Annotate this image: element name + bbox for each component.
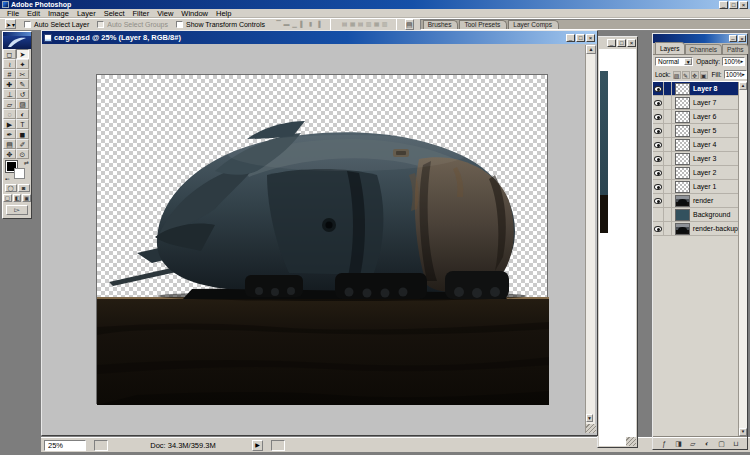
menu-window[interactable]: Window [177, 9, 212, 18]
vertical-scrollbar[interactable]: ▲ ▼ [585, 45, 595, 433]
visibility-cell[interactable] [653, 96, 664, 110]
layer-row[interactable]: Layer 3 [653, 152, 738, 166]
delete-layer-icon[interactable]: ⊔ [731, 438, 740, 449]
spinner-arrow-icon[interactable]: ▸ [741, 58, 744, 65]
menu-file[interactable]: File [3, 9, 23, 18]
resize-grip[interactable] [626, 437, 636, 446]
spinner-arrow-icon[interactable]: ▸ [742, 71, 745, 78]
menu-filter[interactable]: Filter [129, 9, 154, 18]
lock-image-icon[interactable]: ✎ [682, 71, 690, 79]
opacity-field[interactable]: 100% ▸ [722, 57, 745, 66]
zoom-tool[interactable]: ⊙ [16, 149, 29, 159]
lock-position-icon[interactable]: ✥ [691, 71, 699, 79]
lock-all-icon[interactable]: ▣ [700, 71, 708, 79]
slice-tool[interactable]: ✂ [16, 69, 29, 79]
layer-row[interactable]: Layer 6 [653, 110, 738, 124]
magic-wand-tool[interactable]: ✦ [16, 59, 29, 69]
close-button[interactable]: × [739, 1, 748, 9]
layer-row[interactable]: Layer 1 [653, 180, 738, 194]
default-colors-icon[interactable]: ▪▫ [5, 176, 9, 182]
visibility-cell[interactable] [653, 110, 664, 124]
maximize-button[interactable]: □ [617, 39, 626, 47]
visibility-eye-icon[interactable] [654, 142, 662, 148]
layers-scrollbar[interactable]: ▲ ▼ [738, 82, 747, 436]
visibility-eye-icon[interactable] [654, 100, 662, 106]
crop-tool[interactable]: # [3, 69, 16, 79]
visibility-eye-icon[interactable] [654, 114, 662, 120]
menu-select[interactable]: Select [100, 9, 129, 18]
visibility-eye-icon[interactable] [654, 86, 662, 92]
checkbox[interactable] [176, 21, 183, 28]
tool-preset-button[interactable]: ➤ ▾ [5, 19, 16, 29]
scroll-down-icon[interactable]: ▼ [586, 414, 593, 422]
maximize-button[interactable]: □ [729, 1, 738, 9]
mask-mode-button[interactable]: ◯ [5, 184, 17, 192]
chevron-down-icon[interactable]: ▼ [684, 58, 692, 65]
visibility-cell[interactable] [653, 194, 664, 208]
menu-edit[interactable]: Edit [23, 9, 44, 18]
blend-mode-select[interactable]: Normal ▼ [655, 57, 693, 66]
layer-style-icon[interactable]: ƒ [660, 438, 669, 449]
blur-tool[interactable]: ◌ [3, 109, 16, 119]
layer-row[interactable]: render-backup [653, 222, 738, 236]
gradient-tool[interactable]: ▨ [16, 99, 29, 109]
canvas[interactable] [96, 74, 548, 404]
scroll-down-icon[interactable]: ▼ [739, 428, 747, 436]
mask-mode-button[interactable]: ◙ [18, 184, 30, 192]
notes-tool[interactable]: ▤ [3, 139, 16, 149]
option-auto-select-layer[interactable]: Auto Select Layer [24, 21, 89, 28]
eraser-tool[interactable]: ▱ [3, 99, 16, 109]
new-layer-set-icon[interactable]: ▱ [688, 438, 697, 449]
visibility-eye-icon[interactable] [654, 170, 662, 176]
layer-row[interactable]: render [653, 194, 738, 208]
visibility-eye-icon[interactable] [654, 156, 662, 162]
move-tool[interactable]: ➤ [16, 49, 29, 59]
history-brush-tool[interactable]: ↺ [16, 89, 29, 99]
file-browser-button[interactable]: ▤ [405, 19, 414, 30]
adjustment-layer-icon[interactable]: ◐ [703, 438, 712, 449]
checkbox[interactable] [24, 21, 31, 28]
layer-row[interactable]: Layer 5 [653, 124, 738, 138]
visibility-cell[interactable] [653, 138, 664, 152]
clone-stamp-tool[interactable]: ⊥ [3, 89, 16, 99]
scroll-up-icon[interactable]: ▲ [586, 45, 596, 54]
new-layer-icon[interactable]: ▢ [717, 438, 726, 449]
rectangular-marquee-tool[interactable]: ◻ [3, 49, 16, 59]
menu-layer[interactable]: Layer [73, 9, 100, 18]
tab-paths[interactable]: Paths [722, 44, 749, 54]
zoom-level-field[interactable]: 25% [44, 440, 86, 451]
visibility-cell[interactable] [653, 208, 664, 222]
scroll-up-icon[interactable]: ▲ [739, 82, 747, 90]
dodge-tool[interactable]: ◐ [16, 109, 29, 119]
screen-mode-button[interactable]: ◧ [13, 194, 22, 202]
close-button[interactable]: × [627, 39, 636, 47]
option-auto-select-groups[interactable]: Auto Select Groups [97, 21, 168, 28]
swap-colors-icon[interactable]: ⇄ [24, 160, 29, 166]
path-selection-tool[interactable]: ▶ [3, 119, 16, 129]
minimize-button[interactable]: _ [719, 1, 728, 9]
visibility-eye-icon[interactable] [654, 226, 662, 232]
close-button[interactable]: × [586, 34, 595, 42]
background-document-window[interactable]: _□× [597, 36, 638, 448]
screen-mode-button[interactable]: ▢ [3, 194, 12, 202]
visibility-cell[interactable] [653, 166, 664, 180]
layer-row[interactable]: Layer 8 [653, 82, 738, 96]
layer-mask-icon[interactable]: ◨ [674, 438, 683, 449]
option-show-transform-controls[interactable]: Show Transform Controls [176, 21, 265, 28]
visibility-eye-icon[interactable] [654, 128, 662, 134]
well-tab-tool-presets[interactable]: Tool Presets [459, 20, 507, 29]
layer-row[interactable]: Background [653, 208, 738, 222]
menu-help[interactable]: Help [212, 9, 235, 18]
jump-to-imageready-button[interactable]: ▻ [6, 205, 28, 215]
status-menu-arrow-button[interactable]: ▶ [252, 440, 263, 451]
layer-row[interactable]: Layer 2 [653, 166, 738, 180]
close-button[interactable]: × [738, 35, 746, 42]
resize-grip[interactable] [586, 424, 596, 433]
lasso-tool[interactable]: ≀ [3, 59, 16, 69]
brush-tool[interactable]: ✎ [16, 79, 29, 89]
layer-row[interactable]: Layer 7 [653, 96, 738, 110]
maximize-button[interactable]: □ [576, 34, 585, 42]
visibility-cell[interactable] [653, 180, 664, 194]
menu-view[interactable]: View [153, 9, 177, 18]
fill-field[interactable]: 100% ▸ [724, 70, 747, 79]
